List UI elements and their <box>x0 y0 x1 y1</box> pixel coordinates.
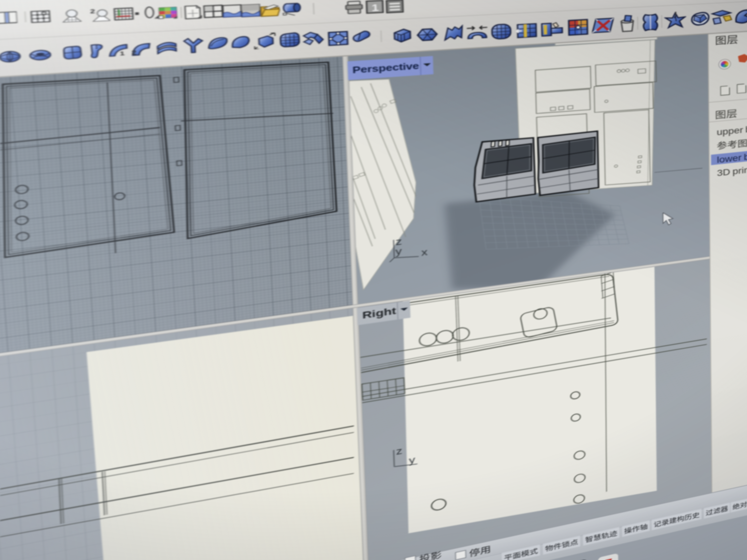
layer-name: 3D prin <box>717 163 747 179</box>
blend-2-icon[interactable]: 2 <box>129 41 152 57</box>
right-axis-z-label: z <box>396 446 403 457</box>
bowtie-icon[interactable] <box>639 13 662 32</box>
new-layer-icon[interactable] <box>720 85 730 96</box>
offset-band-icon[interactable] <box>155 39 178 55</box>
four-views-icon[interactable] <box>203 4 223 19</box>
sphere-grid-icon[interactable] <box>61 8 82 23</box>
axis-x-label: x <box>421 247 428 258</box>
sphere-grid-2-icon[interactable]: 2 <box>90 7 110 22</box>
right-axis-y-label: y <box>409 455 415 466</box>
photo-of-monitor: 2 1 1 2 zyx zy Perspective Right 图层 图层 u… <box>0 0 747 560</box>
pane-one-icon[interactable]: 1 <box>364 0 385 15</box>
delete-face-icon[interactable] <box>592 16 614 35</box>
folder-grid-icon[interactable] <box>260 2 280 18</box>
curl-icon[interactable] <box>733 7 747 27</box>
viewport-menu-arrow-icon[interactable] <box>397 301 411 320</box>
ellipse-tool-icon[interactable] <box>140 6 161 21</box>
svg-text:2: 2 <box>90 8 95 15</box>
display-settings-icon[interactable] <box>719 59 731 70</box>
blue-cube-icon[interactable] <box>390 27 413 45</box>
printer-3d-icon[interactable] <box>344 0 364 15</box>
viewport-menu-arrow-icon[interactable] <box>420 56 433 75</box>
toolbar-separator <box>661 15 662 28</box>
ball-grid-icon[interactable] <box>490 22 512 41</box>
hex-gem-icon[interactable] <box>416 26 438 44</box>
y-branch-icon[interactable] <box>181 37 204 54</box>
material-icon[interactable] <box>738 54 747 63</box>
pipe-cylinder-icon[interactable] <box>281 2 301 17</box>
toolbar-separator <box>180 7 182 18</box>
quad-colors-icon[interactable] <box>567 18 589 36</box>
svg-text:1: 1 <box>120 50 125 57</box>
patch-a-icon[interactable] <box>205 35 228 52</box>
pane-split-icon[interactable] <box>0 10 18 24</box>
bridge-icon[interactable] <box>466 24 488 42</box>
fold-s-icon[interactable] <box>441 24 464 43</box>
layers-tab-title-text: 图层 <box>715 31 738 47</box>
subd-sphere-icon[interactable] <box>0 49 22 64</box>
unwrap-icon[interactable] <box>711 8 733 27</box>
pane-list-icon[interactable] <box>384 0 405 14</box>
insert-edge-icon[interactable] <box>516 22 538 40</box>
control-cage-icon[interactable] <box>327 29 350 47</box>
layers-panel: 图层 图层 upper b参考图lower b3D prin <box>708 27 747 492</box>
toolbar-separator <box>381 30 382 42</box>
layout-page-icon[interactable] <box>182 5 203 20</box>
svg-text:1: 1 <box>371 2 379 14</box>
patch-b-icon[interactable] <box>228 34 251 51</box>
layer-name: lower b <box>717 150 747 165</box>
star-pin-icon[interactable] <box>664 11 687 30</box>
svg-text:2: 2 <box>132 49 137 56</box>
layer-list-header-text: 图层 <box>715 106 737 121</box>
rhino-application-window: 2 1 1 2 zyx zy Perspective Right 图层 图层 u… <box>0 0 747 560</box>
color-swatches-icon[interactable] <box>158 5 178 20</box>
mouse-cursor <box>663 211 674 227</box>
toolbar-separator <box>24 11 26 22</box>
box-dim-icon[interactable] <box>254 32 277 49</box>
blend-1-icon[interactable]: 1 <box>107 42 130 58</box>
pill-icon[interactable] <box>350 28 372 46</box>
trash-icon[interactable] <box>616 15 638 33</box>
layer-list-header: 图层 <box>715 106 737 121</box>
layer-name: upper b <box>717 122 747 138</box>
osnap-checkbox-touying[interactable] <box>405 555 416 560</box>
axis-z-label: z <box>395 236 402 247</box>
subd-cone-icon[interactable] <box>85 43 108 59</box>
subd-box-icon[interactable] <box>60 45 83 61</box>
hand-grid-icon[interactable] <box>541 20 563 38</box>
grid-nodes-icon[interactable] <box>30 9 51 24</box>
toolbar-separator <box>313 3 314 15</box>
dense-box-icon[interactable] <box>278 31 301 49</box>
duplicate-layer-icon[interactable] <box>737 83 746 94</box>
osnap-checkbox-tingyong[interactable] <box>455 550 466 560</box>
elbow-tube-icon[interactable] <box>302 30 325 48</box>
view-shade-a-icon[interactable] <box>222 3 242 18</box>
axis-y-label: y <box>395 246 402 257</box>
subd-torus-icon[interactable] <box>28 47 52 63</box>
layers-tab-title[interactable]: 图层 <box>715 31 738 47</box>
layer-name: 参考图 <box>717 136 747 152</box>
gem-pebble-icon[interactable] <box>688 9 711 29</box>
view-shade-b-icon[interactable] <box>240 3 261 18</box>
